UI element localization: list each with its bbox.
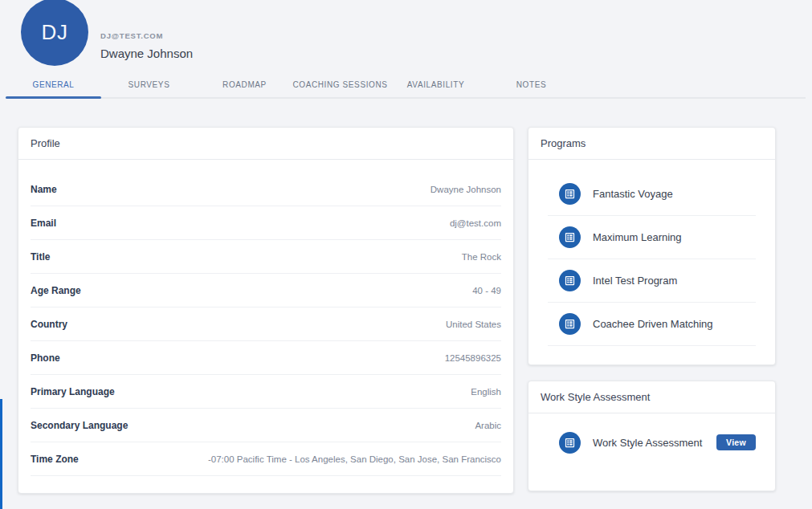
coachee-profile-page: DJ DJ@TEST.COM Dwayne Johnson GENERAL SU… bbox=[0, 0, 812, 509]
field-value: 40 - 49 bbox=[472, 286, 501, 295]
field-label: Title bbox=[31, 251, 50, 263]
profile-row-title: Title The Rock bbox=[31, 240, 501, 274]
field-value: -07:00 Pacific Time - Los Angeles, San D… bbox=[208, 454, 501, 464]
profile-row-time-zone: Time Zone -07:00 Pacific Time - Los Ange… bbox=[31, 442, 501, 476]
ballot-list-icon bbox=[559, 183, 581, 205]
field-value: Dwayne Johnson bbox=[430, 185, 501, 194]
profile-card: Profile Name Dwayne Johnson Email dj@tes… bbox=[18, 127, 514, 494]
profile-row-secondary-language: Secondary Language Arabic bbox=[31, 409, 501, 442]
avatar-initials: DJ bbox=[42, 20, 68, 45]
field-label: Age Range bbox=[31, 285, 81, 296]
ballot-list-icon bbox=[559, 313, 581, 335]
profile-field-list: Name Dwayne Johnson Email dj@test.com Ti… bbox=[18, 160, 513, 476]
field-value: Arabic bbox=[475, 421, 501, 430]
work-style-assessment-card: Work Style Assessment Work Style Assessm… bbox=[528, 381, 776, 491]
work-style-assessment-item: Work Style Assessment View bbox=[548, 413, 756, 471]
program-item-label: Coachee Driven Matching bbox=[593, 318, 713, 330]
field-label: Secondary Language bbox=[31, 420, 128, 431]
tab-general[interactable]: GENERAL bbox=[6, 74, 101, 97]
profile-row-phone: Phone 12545896325 bbox=[31, 341, 501, 375]
ballot-list-icon bbox=[559, 270, 581, 291]
profile-row-name: Name Dwayne Johnson bbox=[31, 173, 501, 206]
field-label: Time Zone bbox=[31, 454, 79, 465]
program-list: Fantastic Voyage Maximum Learning Intel … bbox=[528, 160, 775, 346]
view-button[interactable]: View bbox=[716, 434, 756, 450]
profile-row-age-range: Age Range 40 - 49 bbox=[31, 274, 501, 307]
avatar: DJ bbox=[21, 0, 88, 66]
program-item-label: Maximum Learning bbox=[593, 231, 682, 243]
field-label: Email bbox=[31, 218, 56, 229]
program-item-label: Fantastic Voyage bbox=[593, 188, 673, 200]
field-value: English bbox=[471, 387, 501, 397]
profile-row-country: Country United States bbox=[31, 307, 501, 341]
program-item-coachee-driven-matching[interactable]: Coachee Driven Matching bbox=[548, 303, 756, 346]
field-label: Primary Language bbox=[31, 386, 115, 397]
tab-notes[interactable]: NOTES bbox=[484, 74, 579, 97]
ballot-list-icon bbox=[559, 432, 581, 454]
field-value: The Rock bbox=[462, 252, 501, 262]
field-label: Country bbox=[31, 319, 67, 330]
work-style-item-label: Work Style Assessment bbox=[593, 437, 716, 449]
profile-card-title: Profile bbox=[18, 128, 513, 160]
field-value: United States bbox=[446, 320, 501, 329]
tab-roadmap[interactable]: ROADMAP bbox=[197, 74, 292, 97]
tab-coaching-sessions[interactable]: COACHING SESSIONS bbox=[292, 74, 388, 97]
programs-card: Programs Fantastic Voyage Maximum Learni… bbox=[528, 127, 776, 365]
left-scroll-strip[interactable] bbox=[0, 399, 2, 509]
program-item-fantastic-voyage[interactable]: Fantastic Voyage bbox=[548, 173, 756, 216]
program-item-intel-test-program[interactable]: Intel Test Program bbox=[548, 259, 756, 303]
header-name: Dwayne Johnson bbox=[100, 47, 193, 60]
profile-row-email: Email dj@test.com bbox=[31, 206, 501, 240]
header-email: DJ@TEST.COM bbox=[100, 31, 163, 40]
program-item-label: Intel Test Program bbox=[593, 275, 677, 287]
profile-row-primary-language: Primary Language English bbox=[31, 375, 501, 409]
tab-availability[interactable]: AVAILABILITY bbox=[388, 74, 484, 97]
program-item-maximum-learning[interactable]: Maximum Learning bbox=[548, 216, 756, 259]
tab-surveys[interactable]: SURVEYS bbox=[101, 74, 197, 97]
field-value: 12545896325 bbox=[445, 353, 501, 363]
field-value: dj@test.com bbox=[450, 218, 501, 228]
work-style-card-title: Work Style Assessment bbox=[528, 381, 775, 413]
field-label: Name bbox=[31, 184, 57, 195]
ballot-list-icon bbox=[559, 226, 581, 248]
programs-card-title: Programs bbox=[528, 128, 775, 160]
field-label: Phone bbox=[31, 352, 60, 364]
tab-bar: GENERAL SURVEYS ROADMAP COACHING SESSION… bbox=[6, 74, 806, 99]
